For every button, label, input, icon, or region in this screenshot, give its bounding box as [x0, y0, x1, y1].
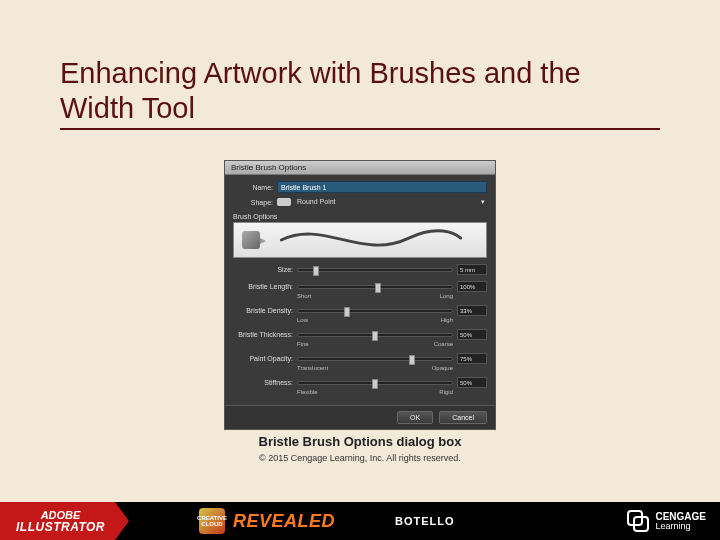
slider-label: Bristle Thickness:	[233, 331, 293, 338]
slider-thumb[interactable]	[409, 355, 415, 365]
figure-caption: Bristle Brush Options dialog box	[224, 434, 496, 449]
slider-thumb[interactable]	[375, 283, 381, 293]
slider-thumb[interactable]	[372, 331, 378, 341]
author-name: BOTELLO	[395, 515, 455, 527]
slider-track[interactable]	[297, 381, 453, 385]
footer-bar: ADOBE ILLUSTRATOR CREATIVE CLOUD REVEALE…	[0, 502, 720, 540]
slider-thumb[interactable]	[372, 379, 378, 389]
slider-value-input[interactable]	[457, 281, 487, 292]
slider-3: Bristle Thickness:FineCoarse	[233, 329, 487, 347]
brush-preview	[233, 222, 487, 258]
slider-min-label: Flexible	[297, 389, 318, 395]
brush-tip-icon	[242, 231, 260, 249]
slider-label: Stiffness:	[233, 379, 293, 386]
slider-max-label: Coarse	[434, 341, 453, 347]
red-chevron-icon	[115, 502, 129, 540]
slider-track[interactable]	[297, 357, 453, 361]
cengage-line1: CENGAGE	[655, 512, 706, 522]
slider-track[interactable]	[297, 333, 453, 337]
shape-label: Shape:	[233, 199, 273, 206]
slider-label: Size:	[233, 266, 293, 273]
slider-5: Stiffness:FlexibleRigid	[233, 377, 487, 395]
brush-name-input[interactable]	[277, 181, 487, 193]
chevron-down-icon: ▾	[481, 198, 485, 206]
slider-0: Size:	[233, 264, 487, 275]
slider-value-input[interactable]	[457, 353, 487, 364]
dialog-button-row: OK Cancel	[225, 405, 495, 429]
slider-min-label: Fine	[297, 341, 309, 347]
slider-max-label: Long	[440, 293, 453, 299]
slider-label: Paint Opacity:	[233, 355, 293, 362]
revealed-text: REVEALED	[233, 511, 335, 532]
bristle-brush-options-dialog: Bristle Brush Options Name: Shape: Round…	[224, 160, 496, 430]
ok-button[interactable]: OK	[397, 411, 433, 424]
slider-max-label: Opaque	[432, 365, 453, 371]
copyright-text: © 2015 Cengage Learning, Inc. All rights…	[224, 453, 496, 463]
slider-value-input[interactable]	[457, 377, 487, 388]
adobe-illustrator-badge: ADOBE ILLUSTRATOR	[0, 502, 115, 540]
cancel-button[interactable]: Cancel	[439, 411, 487, 424]
cengage-logo: CENGAGE Learning	[627, 510, 706, 532]
slider-min-label: Low	[297, 317, 308, 323]
adobe-text: ADOBE	[41, 510, 81, 521]
shape-thumb-icon	[277, 198, 291, 206]
slider-thumb[interactable]	[313, 266, 319, 276]
slider-value-input[interactable]	[457, 305, 487, 316]
dialog-container: Bristle Brush Options Name: Shape: Round…	[224, 160, 496, 463]
dialog-titlebar: Bristle Brush Options	[225, 161, 495, 175]
slider-thumb[interactable]	[344, 307, 350, 317]
cengage-line2: Learning	[655, 522, 706, 531]
slider-max-label: Rigid	[439, 389, 453, 395]
shape-dropdown[interactable]: Round Point ▾	[295, 197, 487, 207]
illustrator-text: ILLUSTRATOR	[16, 521, 105, 533]
slider-min-label: Short	[297, 293, 311, 299]
slider-label: Bristle Density:	[233, 307, 293, 314]
slider-1: Bristle Length:ShortLong	[233, 281, 487, 299]
slider-2: Bristle Density:LowHigh	[233, 305, 487, 323]
shape-value: Round Point	[297, 198, 336, 206]
slider-max-label: High	[441, 317, 453, 323]
brush-options-section-label: Brush Options	[233, 213, 487, 220]
name-label: Name:	[233, 184, 273, 191]
slider-4: Paint Opacity:TranslucentOpaque	[233, 353, 487, 371]
slider-track[interactable]	[297, 285, 453, 289]
slider-min-label: Translucent	[297, 365, 328, 371]
cengage-icon	[627, 510, 649, 532]
slide-title: Enhancing Artwork with Brushes and the W…	[60, 56, 660, 130]
slider-track[interactable]	[297, 309, 453, 313]
slider-value-input[interactable]	[457, 329, 487, 340]
creative-cloud-badge-icon: CREATIVE CLOUD	[199, 508, 225, 534]
slider-label: Bristle Length:	[233, 283, 293, 290]
brush-stroke-icon	[264, 223, 478, 257]
slider-value-input[interactable]	[457, 264, 487, 275]
slider-track[interactable]	[297, 268, 453, 272]
